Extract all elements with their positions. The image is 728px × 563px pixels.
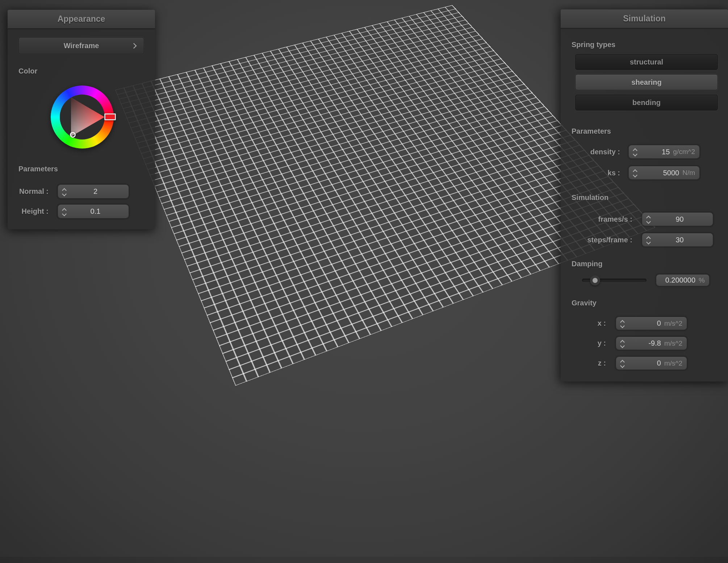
- simulation-panel-title: Simulation: [561, 9, 728, 28]
- chevron-right-icon: [131, 43, 137, 49]
- density-unit: g/cm^2: [673, 148, 695, 156]
- appearance-parameters-label: Parameters: [18, 165, 155, 173]
- damping-slider-thumb[interactable]: [590, 275, 600, 285]
- stepper-arrows-icon[interactable]: [633, 145, 637, 158]
- gravity-y-unit: m/s^2: [664, 339, 682, 347]
- stepper-arrows-icon[interactable]: [62, 185, 66, 198]
- gravity-y-row: y : -9.8 m/s^2: [572, 337, 728, 350]
- gravity-z-unit: m/s^2: [664, 359, 682, 367]
- ks-label: ks :: [572, 169, 620, 177]
- gravity-x-field[interactable]: 0 m/s^2: [616, 317, 687, 330]
- spring-types-label: Spring types: [572, 41, 728, 49]
- height-field[interactable]: 0.1: [58, 204, 129, 218]
- appearance-panel-title: Appearance: [8, 10, 155, 28]
- height-row: Height : 0.1: [8, 204, 155, 218]
- ks-field[interactable]: 5000 N/m: [628, 166, 700, 180]
- appearance-panel-header: Appearance: [8, 10, 155, 29]
- damping-row: 0.200000 %: [582, 274, 728, 286]
- gravity-x-unit: m/s^2: [664, 320, 682, 328]
- shearing-button[interactable]: shearing: [575, 74, 718, 90]
- simulation-section: Simulation frames/s : 90 steps/frame : 3…: [561, 193, 728, 247]
- appearance-panel: Appearance Wireframe Color Parameters No…: [8, 10, 155, 229]
- hue-marker[interactable]: [104, 113, 116, 120]
- damping-label: Damping: [572, 260, 728, 268]
- stepper-arrows-icon[interactable]: [620, 337, 624, 350]
- gravity-z-field[interactable]: 0 m/s^2: [616, 356, 687, 370]
- gravity-label: Gravity: [572, 299, 728, 307]
- height-label: Height :: [8, 207, 49, 216]
- spring-type-buttons: structural shearing bending: [575, 54, 718, 110]
- gravity-section: Gravity x : 0 m/s^2 y : -9.8 m/s^2 z : 0…: [561, 299, 728, 370]
- steps-value: 30: [642, 236, 713, 244]
- density-row: density : 15 g/cm^2: [572, 145, 728, 159]
- ks-row: ks : 5000 N/m: [572, 166, 728, 180]
- normal-field[interactable]: 2: [58, 184, 129, 199]
- density-label: density :: [572, 148, 620, 156]
- gravity-z-row: z : 0 m/s^2: [572, 356, 728, 370]
- normal-value: 2: [58, 187, 129, 196]
- fps-row: frames/s : 90: [572, 212, 728, 226]
- simulation-section-label: Simulation: [572, 193, 728, 202]
- simulation-parameters-label: Parameters: [572, 127, 728, 135]
- saturation-value-marker[interactable]: [70, 132, 76, 138]
- shading-mode-dropdown[interactable]: Wireframe: [18, 37, 144, 54]
- normal-label: Normal :: [8, 187, 49, 196]
- stepper-arrows-icon[interactable]: [620, 317, 624, 330]
- steps-row: steps/frame : 30: [572, 233, 728, 247]
- stepper-arrows-icon[interactable]: [633, 166, 637, 179]
- damping-value-field[interactable]: 0.200000 %: [656, 274, 710, 286]
- bottom-strip: [0, 557, 728, 563]
- density-field[interactable]: 15 g/cm^2: [628, 145, 700, 159]
- simulation-panel: Simulation Spring types structural shear…: [561, 9, 728, 381]
- shading-mode-label: Wireframe: [64, 42, 99, 50]
- simulation-panel-header: Simulation: [561, 9, 728, 29]
- normal-row: Normal : 2: [8, 184, 155, 199]
- parameters-section: Parameters density : 15 g/cm^2 ks : 5000…: [561, 127, 728, 180]
- gravity-y-field[interactable]: -9.8 m/s^2: [616, 337, 687, 350]
- steps-field[interactable]: 30: [642, 233, 713, 247]
- stepper-arrows-icon[interactable]: [646, 233, 650, 246]
- steps-label: steps/frame :: [572, 236, 632, 244]
- gravity-x-label: x :: [572, 319, 606, 328]
- gravity-x-row: x : 0 m/s^2: [572, 317, 728, 330]
- damping-slider[interactable]: [582, 275, 647, 285]
- ks-unit: N/m: [682, 169, 695, 177]
- stepper-arrows-icon[interactable]: [620, 357, 624, 370]
- color-section-label: Color: [18, 67, 155, 75]
- bending-button[interactable]: bending: [575, 95, 718, 110]
- height-value: 0.1: [58, 207, 129, 216]
- color-wheel[interactable]: [51, 86, 114, 149]
- gravity-y-label: y :: [572, 339, 606, 347]
- gravity-z-label: z :: [572, 359, 606, 367]
- fps-value: 90: [642, 215, 713, 224]
- stepper-arrows-icon[interactable]: [62, 205, 66, 218]
- damping-unit: %: [699, 276, 705, 284]
- stepper-arrows-icon[interactable]: [646, 213, 650, 226]
- fps-field[interactable]: 90: [642, 212, 713, 226]
- structural-button[interactable]: structural: [575, 54, 718, 70]
- fps-label: frames/s :: [572, 215, 632, 224]
- damping-value: 0.200000: [656, 276, 695, 284]
